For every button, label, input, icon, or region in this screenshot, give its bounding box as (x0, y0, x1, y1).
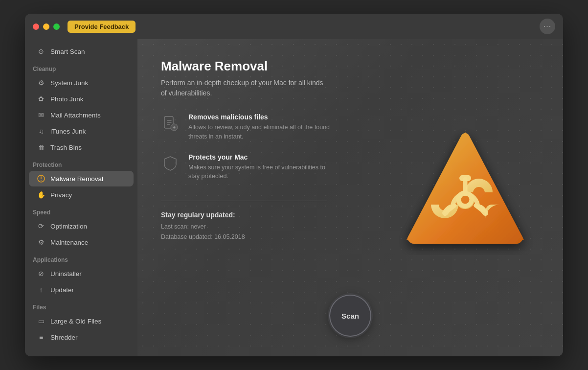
sidebar-section-speed: Speed (25, 203, 137, 218)
sidebar-label-photo-junk: Photo Junk (50, 95, 84, 103)
feature-desc-malicious: Allows to review, study and eliminate al… (188, 123, 337, 141)
uninstaller-icon (37, 269, 45, 278)
sidebar: Smart Scan Cleanup System Junk Photo Jun… (25, 39, 137, 356)
last-scan-text: Last scan: never (161, 222, 540, 232)
sidebar-item-system-junk[interactable]: System Junk (29, 75, 134, 91)
mail-icon (37, 111, 45, 119)
malicious-files-icon (161, 114, 180, 133)
sidebar-item-optimization[interactable]: Optimization (29, 218, 134, 234)
protect-mac-icon (161, 154, 180, 173)
large-files-icon (37, 317, 45, 325)
close-button[interactable] (33, 23, 39, 30)
photo-junk-icon (37, 94, 45, 103)
sidebar-item-privacy[interactable]: Privacy (29, 187, 134, 203)
sidebar-label-privacy: Privacy (50, 191, 72, 199)
sidebar-item-shredder[interactable]: Shredder (29, 329, 134, 345)
page-subtitle: Perform an in-depth checkup of your Mac … (161, 78, 327, 98)
feedback-button[interactable]: Provide Feedback (68, 21, 136, 33)
itunes-icon (37, 127, 45, 136)
dots-menu-button[interactable]: ··· (540, 19, 555, 34)
sidebar-label-trash: Trash Bins (50, 144, 82, 151)
shredder-icon (37, 333, 45, 342)
feature-title-malicious: Removes malicious files (188, 113, 337, 121)
sidebar-label-optimization: Optimization (50, 223, 87, 230)
sidebar-section-files: Files (25, 298, 137, 313)
privacy-icon (37, 190, 45, 199)
db-updated-text: Database updated: 16.05.2018 (161, 232, 540, 242)
smart-scan-icon (37, 47, 45, 56)
feature-text-malicious: Removes malicious files Allows to review… (188, 113, 337, 141)
sidebar-item-mail-attachments[interactable]: Mail Attachments (29, 107, 134, 123)
sidebar-item-updater[interactable]: Updater (29, 282, 134, 298)
maintenance-icon (37, 238, 45, 247)
page-title: Malware Removal (161, 59, 540, 74)
sidebar-label-malware: Malware Removal (50, 175, 103, 183)
main-content: Smart Scan Cleanup System Junk Photo Jun… (25, 39, 563, 356)
sidebar-item-uninstaller[interactable]: Uninstaller (29, 266, 134, 281)
content-divider (161, 201, 327, 201)
sidebar-section-protection: Protection (25, 156, 137, 170)
update-heading: Stay regulary updated: (161, 211, 540, 219)
sidebar-item-maintenance[interactable]: Maintenance (29, 234, 134, 250)
update-section: Stay regulary updated: Last scan: never … (161, 211, 540, 243)
sidebar-item-large-files[interactable]: Large & Old Files (29, 313, 134, 329)
feature-item-protect: Protects your Mac Makes sure your system… (161, 153, 337, 182)
malware-icon (37, 174, 45, 183)
optimization-icon (37, 222, 45, 231)
content-area: Malware Removal Perform an in-depth chec… (137, 39, 563, 356)
sidebar-label-smart-scan: Smart Scan (50, 48, 85, 55)
minimize-button[interactable] (43, 23, 49, 30)
system-junk-icon (37, 78, 45, 87)
sidebar-label-uninstaller: Uninstaller (50, 270, 82, 278)
sidebar-label-large-files: Large & Old Files (50, 318, 101, 325)
sidebar-item-smart-scan[interactable]: Smart Scan (29, 44, 134, 59)
feature-title-protect: Protects your Mac (188, 153, 337, 161)
feature-text-protect: Protects your Mac Makes sure your system… (188, 153, 337, 182)
maximize-button[interactable] (53, 23, 60, 30)
sidebar-item-malware-removal[interactable]: Malware Removal (29, 171, 134, 186)
scan-button-wrapper: Scan (329, 295, 371, 337)
sidebar-label-updater: Updater (50, 286, 74, 294)
sidebar-label-maintenance: Maintenance (50, 239, 88, 246)
sidebar-label-system-junk: System Junk (50, 79, 88, 87)
sidebar-item-photo-junk[interactable]: Photo Junk (29, 91, 134, 107)
sidebar-section-applications: Applications (25, 251, 137, 265)
sidebar-item-trash-bins[interactable]: Trash Bins (29, 139, 134, 155)
titlebar: Provide Feedback ··· (25, 14, 563, 39)
updater-icon (37, 285, 45, 294)
app-window: Provide Feedback ··· Smart Scan Cleanup … (25, 14, 563, 356)
feature-item-malicious: Removes malicious files Allows to review… (161, 113, 337, 141)
sidebar-section-cleanup: Cleanup (25, 60, 137, 74)
traffic-lights (33, 23, 60, 30)
scan-button[interactable]: Scan (329, 295, 371, 337)
sidebar-label-itunes: iTunes Junk (50, 128, 86, 135)
sidebar-item-itunes-junk[interactable]: iTunes Junk (29, 123, 134, 139)
trash-icon (37, 143, 45, 152)
sidebar-label-mail: Mail Attachments (50, 112, 101, 119)
feature-list: Removes malicious files Allows to review… (161, 113, 337, 181)
sidebar-label-shredder: Shredder (50, 334, 78, 341)
feature-desc-protect: Makes sure your system is free of vulner… (188, 163, 337, 182)
